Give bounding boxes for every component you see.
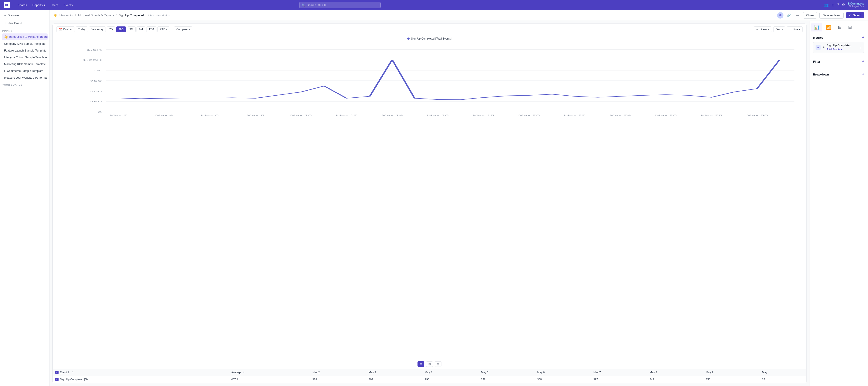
svg-text:250: 250: [90, 100, 102, 103]
col-may-more: May: [759, 369, 806, 376]
cell-may4: 295: [422, 376, 478, 383]
svg-text:May 28: May 28: [701, 114, 722, 117]
svg-text:May 14: May 14: [381, 114, 403, 117]
add-metric-button[interactable]: +: [862, 35, 864, 39]
filter-header: Filter +: [813, 59, 864, 64]
svg-text:May 20: May 20: [518, 114, 540, 117]
table-row: Sign Up Completed [To... 457.1 378 309 2…: [53, 376, 806, 383]
nav-reports[interactable]: Reports ▾: [30, 2, 48, 8]
table-view-toggle: ⊟ ⊟ ⊟: [53, 359, 806, 369]
sidebar-item-marketing-kpis[interactable]: Marketing KPIs Sample Template: [2, 61, 48, 67]
sidebar-item-intro[interactable]: 👋 Introduction to Mixpanel Boards &...: [2, 33, 48, 40]
chart-type-btn[interactable]: 〰 Line ▾: [786, 27, 803, 32]
breakdown-section: Breakdown +: [809, 69, 868, 82]
date-yesterday-btn[interactable]: Yesterday: [89, 27, 106, 32]
sidebar-item-lifecycle-cohort[interactable]: Lifecycle Cohort Sample Template: [2, 54, 48, 61]
svg-text:May 10: May 10: [290, 114, 312, 117]
link-icon[interactable]: 🔗: [786, 12, 792, 19]
col-may4: May 4: [422, 369, 478, 376]
svg-text:750: 750: [90, 80, 102, 82]
date-30d-btn[interactable]: 30D: [116, 27, 126, 32]
tab-table[interactable]: ⊞: [835, 23, 844, 32]
nav-users[interactable]: Users: [49, 2, 61, 8]
date-today-btn[interactable]: Today: [76, 27, 88, 32]
sidebar-item-company-kpis[interactable]: Company KPIs Sample Template: [2, 41, 48, 47]
nav-events[interactable]: Events: [61, 2, 75, 8]
sort-icon[interactable]: ⇅: [71, 371, 74, 374]
table-full-btn[interactable]: ⊟: [417, 361, 424, 367]
scale-btn[interactable]: ↔ Linear ▾: [754, 27, 772, 32]
svg-text:May 2: May 2: [110, 114, 127, 117]
pinned-label: Pinned: [0, 27, 50, 33]
search-icon: 🔍: [302, 3, 305, 7]
check-icon: ✓: [849, 13, 851, 17]
cell-may5: 348: [478, 376, 535, 383]
chevron-down-icon: ▾: [768, 28, 770, 31]
col-may5: May 5: [478, 369, 535, 376]
logo[interactable]: [4, 2, 10, 8]
sidebar-item-ecommerce[interactable]: E-Commerce Sample Template: [2, 68, 48, 74]
add-filter-button[interactable]: +: [862, 59, 864, 64]
people-icon[interactable]: 👥: [824, 3, 829, 7]
svg-text:1.5K: 1.5K: [87, 49, 102, 51]
col-event[interactable]: Event 1 ⇅: [53, 369, 228, 376]
date-xtd-btn[interactable]: XTD ▾: [157, 27, 170, 32]
breakdown-header: Breakdown +: [813, 72, 864, 76]
svg-text:1K: 1K: [93, 69, 102, 72]
nav-links: Boards Reports ▾ Users Events: [16, 2, 75, 8]
date-7d-btn[interactable]: 7D: [107, 27, 115, 32]
cell-may9: 355: [703, 376, 760, 383]
table-third-btn[interactable]: ⊟: [435, 361, 441, 367]
chevron-down-icon: ▾: [166, 28, 167, 31]
svg-text:500: 500: [90, 90, 102, 92]
add-description[interactable]: + Add description...: [148, 13, 173, 17]
metric-more-btn[interactable]: ⋮: [858, 45, 862, 50]
nav-boards[interactable]: Boards: [16, 2, 29, 8]
sort-desc-icon: ↓¹: [242, 371, 244, 374]
date-custom-btn[interactable]: 📅 Custom: [56, 27, 75, 32]
more-options-icon[interactable]: •••: [794, 12, 801, 19]
add-breakdown-button[interactable]: +: [862, 72, 864, 76]
date-6m-btn[interactable]: 6M: [136, 27, 145, 32]
interval-btn[interactable]: Day ▾: [773, 27, 785, 32]
saved-button[interactable]: ✓ Saved: [846, 12, 864, 18]
help-icon[interactable]: ?: [837, 3, 839, 7]
right-panel-tabs: 📊 📶 ⊞ ⊟: [809, 21, 868, 32]
save-as-new-button[interactable]: Save As New: [819, 12, 844, 19]
svg-text:0: 0: [98, 111, 102, 113]
sidebar: ○ Discover + New Board Pinned 👋 Introduc…: [0, 10, 50, 386]
sidebar-item-website-perf[interactable]: Measure your Website's Performance: [2, 74, 48, 81]
line-chart-svg: 1.5K 1.25K 1K 750 500 250 0 May 2 May 4 …: [56, 45, 803, 117]
emoji-icon: 👋: [4, 35, 8, 39]
settings-icon[interactable]: ⚙: [842, 3, 845, 7]
chevron-down-icon: ▾: [781, 28, 783, 31]
right-panel: 📊 📶 ⊞ ⊟ Metrics + A ✦ Sign Up Co: [809, 21, 868, 386]
sidebar-discover[interactable]: ○ Discover: [2, 12, 48, 19]
grid-icon[interactable]: ⊞: [831, 3, 834, 7]
plus-icon: +: [4, 21, 6, 25]
date-3m-btn[interactable]: 3M: [127, 27, 136, 32]
search-input[interactable]: [299, 2, 381, 8]
table-half-btn[interactable]: ⊟: [426, 361, 433, 367]
cell-event-name: Sign Up Completed [To...: [53, 376, 228, 383]
search-bar: 🔍: [299, 2, 381, 8]
tab-chart[interactable]: 📊: [811, 23, 822, 32]
svg-text:May 30: May 30: [746, 114, 768, 117]
breadcrumb-parent[interactable]: Introduction to Mixpanel Boards & Report…: [59, 13, 114, 17]
breadcrumb-current: Sign Up Completed: [119, 13, 144, 17]
compare-btn[interactable]: Compare ▾: [174, 27, 192, 32]
table-header-row: Event 1 ⇅ Average ↓¹ May 2 May 3: [53, 369, 806, 376]
tab-bar[interactable]: 📶: [823, 23, 834, 32]
date-12m-btn[interactable]: 12M: [146, 27, 156, 32]
sidebar-new-board[interactable]: + New Board: [2, 19, 48, 27]
col-may2: May 2: [310, 369, 366, 376]
tab-grid[interactable]: ⊟: [845, 23, 855, 32]
event-checkbox[interactable]: [55, 371, 59, 374]
breadcrumb-emoji: 👋: [53, 13, 57, 17]
row-checkbox[interactable]: [55, 378, 59, 381]
sidebar-item-feature-launch[interactable]: Feature Launch Sample Template: [2, 47, 48, 54]
col-average[interactable]: Average ↓¹: [228, 369, 310, 376]
legend-label: Sign Up Completed [Total Events]: [411, 37, 452, 40]
calendar-icon: 📅: [59, 28, 62, 31]
close-button[interactable]: Close: [803, 12, 817, 19]
